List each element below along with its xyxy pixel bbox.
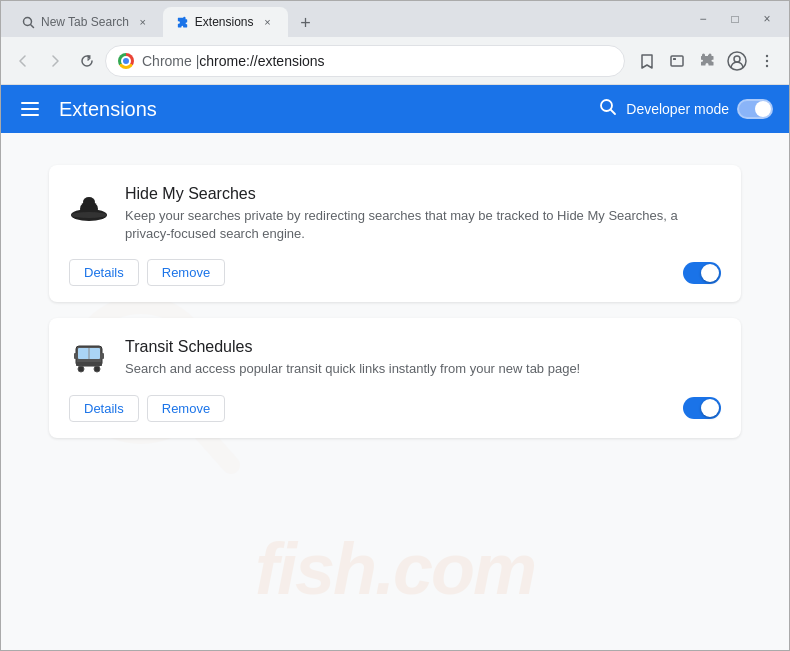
- transit-schedules-info: Transit Schedules Search and access popu…: [125, 338, 721, 378]
- omnibox-text: Chrome | chrome://extensions: [142, 53, 612, 69]
- svg-point-20: [78, 366, 84, 372]
- hide-my-searches-description: Keep your searches private by redirectin…: [125, 207, 721, 243]
- new-tab-button[interactable]: +: [292, 9, 320, 37]
- bookmark-button[interactable]: [633, 47, 661, 75]
- extensions-button[interactable]: [693, 47, 721, 75]
- forward-button[interactable]: [41, 47, 69, 75]
- transit-schedules-name: Transit Schedules: [125, 338, 721, 356]
- transit-schedules-remove-button[interactable]: Remove: [147, 395, 225, 422]
- browser-window: New Tab Search × Extensions × + − □ ×: [0, 0, 790, 651]
- developer-mode-toggle[interactable]: [737, 99, 773, 119]
- svg-rect-19: [76, 362, 102, 366]
- extensions-page-title: Extensions: [59, 98, 582, 121]
- svg-rect-22: [74, 353, 77, 359]
- omnibox-domain: Chrome |: [142, 53, 199, 69]
- extension-card-bottom-1: Details Remove: [69, 259, 721, 286]
- extension-card-transit-schedules: Transit Schedules Search and access popu…: [49, 318, 741, 437]
- transit-schedules-toggle-knob: [701, 399, 719, 417]
- toggle-knob: [755, 101, 771, 117]
- search-extensions-icon[interactable]: [598, 97, 618, 122]
- window-controls: − □ ×: [689, 8, 781, 30]
- save-to-drive-button[interactable]: [663, 47, 691, 75]
- developer-mode-area: Developer mode: [598, 97, 773, 122]
- svg-point-7: [766, 59, 768, 61]
- maximize-button[interactable]: □: [721, 8, 749, 30]
- watermark-text: fish.com: [255, 528, 535, 610]
- search-tab-icon: [21, 15, 35, 29]
- transit-schedules-icon: [69, 338, 109, 378]
- transit-schedules-details-button[interactable]: Details: [69, 395, 139, 422]
- extension-card-bottom-2: Details Remove: [69, 395, 721, 422]
- tabs-container: New Tab Search × Extensions × +: [9, 1, 689, 37]
- extension-card-top-1: Hide My Searches Keep your searches priv…: [69, 185, 721, 243]
- chrome-logo-icon: [118, 53, 134, 69]
- account-button[interactable]: [723, 47, 751, 75]
- hide-my-searches-icon: [69, 185, 109, 225]
- extension-card-top-2: Transit Schedules Search and access popu…: [69, 338, 721, 378]
- hamburger-line-1: [21, 102, 39, 104]
- extensions-header: Extensions Developer mode: [1, 85, 789, 133]
- svg-line-1: [30, 24, 33, 27]
- hide-my-searches-toggle[interactable]: [683, 262, 721, 284]
- svg-point-8: [766, 64, 768, 66]
- menu-button[interactable]: [753, 47, 781, 75]
- extension-card-hide-my-searches: Hide My Searches Keep your searches priv…: [49, 165, 741, 302]
- minimize-button[interactable]: −: [689, 8, 717, 30]
- toolbar-icons: [633, 47, 781, 75]
- developer-mode-label: Developer mode: [626, 101, 729, 117]
- svg-point-15: [83, 197, 95, 207]
- reload-button[interactable]: [73, 47, 101, 75]
- hamburger-menu-button[interactable]: [17, 98, 43, 120]
- tab-1-close[interactable]: ×: [135, 14, 151, 30]
- transit-schedules-toggle[interactable]: [683, 397, 721, 419]
- hide-my-searches-info: Hide My Searches Keep your searches priv…: [125, 185, 721, 243]
- address-bar: Chrome | chrome://extensions: [1, 37, 789, 85]
- puzzle-tab-icon: [175, 15, 189, 29]
- tab-1-label: New Tab Search: [41, 15, 129, 29]
- svg-point-9: [601, 100, 612, 111]
- omnibox-path: chrome://extensions: [199, 53, 324, 69]
- omnibox[interactable]: Chrome | chrome://extensions: [105, 45, 625, 77]
- hamburger-line-3: [21, 114, 39, 116]
- tab-2-label: Extensions: [195, 15, 254, 29]
- hide-my-searches-toggle-knob: [701, 264, 719, 282]
- tab-new-tab-search[interactable]: New Tab Search ×: [9, 7, 163, 37]
- svg-point-6: [766, 54, 768, 56]
- svg-rect-3: [673, 58, 676, 60]
- main-content: fish.com Hide My Searches Keep your sear…: [1, 133, 789, 650]
- close-button[interactable]: ×: [753, 8, 781, 30]
- svg-line-10: [611, 110, 615, 114]
- hamburger-line-2: [21, 108, 39, 110]
- svg-point-16: [71, 212, 107, 218]
- transit-schedules-description: Search and access popular transit quick …: [125, 360, 721, 378]
- svg-point-21: [94, 366, 100, 372]
- title-bar: New Tab Search × Extensions × + − □ ×: [1, 1, 789, 37]
- svg-rect-23: [101, 353, 104, 359]
- tab-extensions[interactable]: Extensions ×: [163, 7, 288, 37]
- hide-my-searches-details-button[interactable]: Details: [69, 259, 139, 286]
- hide-my-searches-remove-button[interactable]: Remove: [147, 259, 225, 286]
- svg-rect-2: [671, 56, 683, 66]
- hide-my-searches-name: Hide My Searches: [125, 185, 721, 203]
- svg-point-5: [734, 56, 740, 62]
- back-button[interactable]: [9, 47, 37, 75]
- tab-2-close[interactable]: ×: [260, 14, 276, 30]
